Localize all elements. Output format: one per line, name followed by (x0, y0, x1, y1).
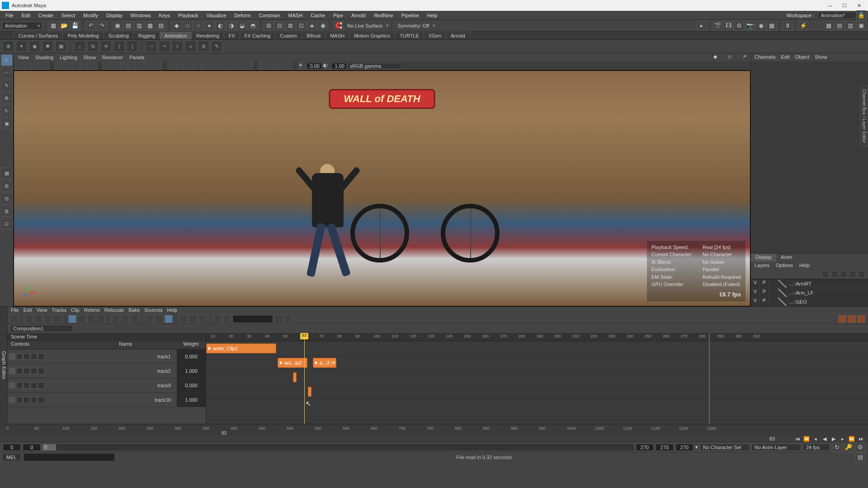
te-tool-icon[interactable] (223, 315, 231, 323)
track-ctl[interactable] (16, 353, 23, 360)
layer-vis-toggle[interactable]: V (751, 289, 760, 297)
layer-menu-options[interactable]: Options (776, 263, 793, 269)
range-end-1[interactable]: 270 (636, 444, 654, 451)
panel-menu-shading[interactable]: Shading (35, 55, 53, 60)
track-ctl[interactable] (31, 353, 37, 360)
shelf-item-4-icon[interactable]: ✱ (42, 41, 53, 52)
te-tool-icon[interactable] (179, 315, 188, 323)
layer-color-swatch[interactable] (778, 298, 787, 306)
anim-clip[interactable] (308, 387, 311, 397)
panel-icon-2[interactable]: ◇ (728, 54, 736, 61)
live-icon[interactable]: 🧲 (334, 21, 344, 31)
autokey-icon[interactable]: 🔑 (844, 442, 854, 452)
track-weight[interactable]: 1.000 (176, 393, 206, 407)
layer-icon[interactable] (831, 271, 838, 278)
mask-7-icon[interactable]: ◒ (237, 21, 247, 31)
exposure-field[interactable]: 0.00 (307, 63, 322, 69)
te-menu-relocate[interactable]: Relocate (104, 307, 124, 314)
layer-cell[interactable] (769, 289, 778, 297)
track-ctl[interactable] (16, 382, 23, 389)
menu-pipeline[interactable]: Pipeline (398, 12, 423, 19)
pt-icon[interactable] (72, 62, 80, 70)
pt-icon[interactable] (24, 62, 32, 70)
track-weight[interactable]: 0.000 (176, 349, 206, 363)
snap-3-icon[interactable]: ⊠ (285, 21, 295, 31)
character-set-dropdown[interactable]: No Character Set (700, 444, 750, 451)
shelf-item-2-icon[interactable]: ✦ (16, 41, 27, 52)
render-5-icon[interactable]: ◉ (756, 21, 766, 31)
new-scene-icon[interactable]: ▦ (48, 21, 58, 31)
shelf-item-16-icon[interactable]: ✎ (211, 41, 222, 52)
track-ctl[interactable] (38, 368, 44, 374)
track-ctl[interactable] (31, 368, 37, 374)
te-tool-icon[interactable] (10, 315, 18, 323)
track-toggle[interactable] (9, 353, 15, 360)
te-menu-tracks[interactable]: Tracks (52, 307, 66, 314)
layer-name[interactable]: ...::ArmRT (787, 281, 868, 286)
render-1-icon[interactable]: 🎬 (712, 21, 722, 31)
sel-mode-2-icon[interactable]: ▤ (123, 21, 133, 31)
pt-icon[interactable] (120, 62, 127, 70)
shelf-item-8-icon[interactable]: ✛ (100, 41, 112, 52)
track-lane[interactable] (206, 370, 868, 385)
te-tool-icon[interactable] (78, 315, 86, 323)
pt-icon[interactable] (128, 62, 136, 70)
pt-icon[interactable] (228, 62, 236, 70)
tog-4-icon[interactable]: ▣ (856, 21, 866, 31)
te-tool-icon[interactable] (189, 315, 197, 323)
lasso-tool-icon[interactable]: 〰 (1, 67, 13, 79)
pt-icon[interactable] (15, 62, 23, 70)
maximize-button[interactable]: ☐ (841, 3, 848, 9)
render-2-icon[interactable]: 🎞 (723, 21, 733, 31)
timeline-ruler[interactable]: 83 1020304050607080901001101201301401501… (206, 333, 868, 341)
sel-mode-5-icon[interactable]: ▧ (156, 21, 166, 31)
track-ctl[interactable] (24, 353, 30, 360)
track-ctl[interactable] (38, 382, 44, 389)
layer-menu-help[interactable]: Help (799, 263, 810, 269)
menu-file[interactable]: File (2, 12, 17, 19)
go-end-button[interactable]: ⏭ (857, 436, 864, 442)
te-tool-icon[interactable] (121, 315, 129, 323)
te-tool-icon[interactable] (146, 315, 154, 323)
te-menu-help[interactable]: Help (167, 307, 178, 314)
redo-icon[interactable]: ↷ (97, 21, 107, 31)
pt-icon[interactable] (55, 62, 62, 70)
te-tool-icon[interactable] (53, 315, 61, 323)
scale-tool-icon[interactable]: ▣ (1, 117, 13, 129)
pt-icon[interactable] (219, 62, 227, 70)
shelf-tab-animation[interactable]: Animation (160, 32, 192, 39)
te-tool-icon[interactable] (25, 315, 33, 323)
snap-2-icon[interactable]: ⊟ (274, 21, 284, 31)
shelf-tab-fx[interactable]: FX (224, 32, 240, 39)
te-menu-bake[interactable]: Bake (128, 307, 140, 314)
script-editor-icon[interactable]: ▤ (855, 452, 865, 462)
time-slider-ruler[interactable]: 83 0501001502002503003504004505005506006… (0, 424, 868, 436)
layout-2-icon[interactable]: ⊟ (1, 192, 13, 204)
pt-icon[interactable] (103, 62, 110, 70)
range-track[interactable]: 0 (42, 444, 634, 450)
layer-vis-toggle[interactable]: V (751, 298, 760, 306)
te-tool-icon[interactable] (68, 315, 76, 323)
viewport[interactable]: WALL of DEATH Playback Speed:Real [24 fp… (14, 70, 750, 306)
range-inner-start[interactable]: 0 (23, 444, 41, 451)
layer-color-swatch[interactable] (778, 280, 787, 288)
shelf-item-6-icon[interactable]: ↕ (74, 41, 85, 52)
select-tool-icon[interactable]: ↖ (1, 54, 13, 66)
track-toggle[interactable] (9, 368, 15, 374)
anim-clip[interactable]: anim_Clip1 (206, 343, 276, 353)
fps-dropdown[interactable]: 24 fps (803, 444, 830, 451)
layer-vis-toggle[interactable]: V (751, 280, 760, 288)
tog-2-icon[interactable]: ▤ (835, 21, 844, 31)
render-3-icon[interactable]: ⚙ (734, 21, 744, 31)
shelf-item-5-icon[interactable]: ▦ (55, 41, 66, 52)
shelf-item-10-icon[interactable]: ⤵ (127, 41, 138, 52)
sel-mode-4-icon[interactable]: ▦ (145, 21, 155, 31)
anim-clip[interactable] (293, 372, 297, 382)
symmetry-label[interactable]: Symmetry: Off (395, 23, 432, 28)
range-end-2[interactable]: 270 (656, 444, 674, 451)
track-row[interactable]: track10.000 (7, 349, 206, 364)
track-ctl[interactable] (24, 397, 30, 403)
pt-icon[interactable] (41, 62, 49, 70)
pt-icon[interactable] (276, 62, 283, 70)
menu-display[interactable]: Display (103, 12, 126, 19)
